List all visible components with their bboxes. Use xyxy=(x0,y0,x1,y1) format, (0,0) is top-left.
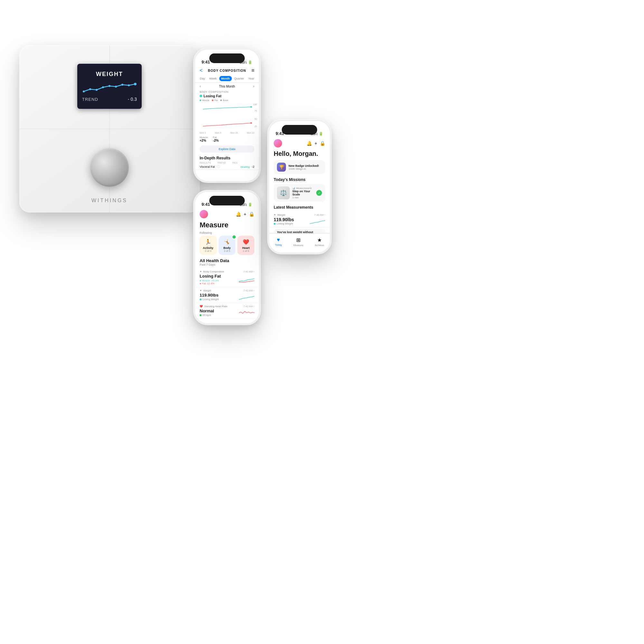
hm-bottom-nav: ♥ Today ⊞ Measure ★ Achieve xyxy=(269,233,330,252)
bc-tab-year[interactable]: Year xyxy=(246,76,256,81)
hm-bell-icon[interactable]: 🔔 xyxy=(307,141,312,146)
m-all-health-title: All Health Data xyxy=(195,258,259,263)
body-card-sub: 3 of 5 xyxy=(221,250,234,252)
hm-mission-card[interactable]: ⚖️ 📊 Measurement Step on Your Scale 1 mi… xyxy=(274,184,325,202)
m-body-comp-value: Losing Fat xyxy=(200,274,221,279)
body-comp-label: Body Composition xyxy=(203,270,224,273)
m-card-body[interactable]: 🤸 Body 3 of 5 xyxy=(219,236,236,255)
hm-measurement-weight[interactable]: ✦ Weight 7:48 AM › 119.90lbs Losing Weig… xyxy=(269,212,330,227)
status-time-1: 9:41 xyxy=(202,60,210,64)
m-card-activity[interactable]: 🏃 Activity 2 of 3 xyxy=(200,236,217,255)
hm-weight-time: 7:48 AM › xyxy=(314,213,325,216)
measure-nav-icon: ⊞ xyxy=(296,237,300,243)
scale-trend-label: TREND xyxy=(82,97,98,102)
bc-status-row: Losing Fat xyxy=(195,93,259,99)
chart-label-1: Mon 1 xyxy=(200,132,206,134)
hm-mission-scale-icon: ⚖️ xyxy=(277,186,290,199)
body-card-name: Body xyxy=(221,246,234,250)
body-comp-sparkline xyxy=(238,276,254,283)
bc-indepth-title: In-Depth Results xyxy=(195,155,259,161)
bc-results-header: RESULTS TREND RES xyxy=(200,162,254,164)
m-item-weight[interactable]: ✦ Weight 7:42 AM › 119.90lbs Losing Weig… xyxy=(195,287,259,303)
svg-text:25: 25 xyxy=(254,125,257,128)
heart-icon: ❤️ xyxy=(239,239,252,245)
body-comp-star: ✦ xyxy=(200,270,202,273)
fat-metric-name: Fat xyxy=(213,136,219,139)
muscle-percent: ● Muscle: 73.3% xyxy=(200,279,219,282)
activity-card-name: Activity xyxy=(202,246,215,250)
visceral-fat-status: Healthy xyxy=(241,166,250,168)
hm-weight-status-text: Losing Weight xyxy=(277,222,293,225)
bone-label: Bone xyxy=(223,99,228,101)
fat-label: Fat xyxy=(214,99,218,101)
heart-status-dot xyxy=(200,314,202,316)
hm-title: Hello, Morgan. xyxy=(269,149,330,160)
hm-badge-text: New Badge Unlocked! 100th Weigh-in. xyxy=(289,164,319,170)
hm-header: 🔔 + 🔒 xyxy=(269,138,330,149)
svg-point-0 xyxy=(134,83,137,85)
svg-point-6 xyxy=(96,89,98,91)
hm-measurements-title: Latest Measurements xyxy=(269,205,330,212)
m-body-badge xyxy=(232,235,236,239)
scale-trend-value: - 0.3 xyxy=(128,97,137,102)
bc-title: BODY COMPOSITION xyxy=(208,69,246,72)
results-col-2: TREND xyxy=(217,162,226,164)
bone-dot xyxy=(220,99,222,101)
hm-badge-icon: 🏆 xyxy=(277,163,286,172)
bc-legend-fat: Fat xyxy=(212,99,218,101)
bc-next-button[interactable]: › xyxy=(253,84,254,89)
today-nav-label: Today xyxy=(275,243,282,246)
hm-nav-achieve[interactable]: ★ Achieve xyxy=(315,237,324,247)
hm-add-icon[interactable]: + xyxy=(315,141,317,146)
bc-legend-bone: Bone xyxy=(220,99,228,101)
bc-prev-button[interactable]: ‹ xyxy=(200,84,201,89)
m-title: Measure xyxy=(195,220,259,231)
hm-lock-icon[interactable]: 🔒 xyxy=(320,141,325,146)
lock-icon[interactable]: 🔒 xyxy=(249,212,254,217)
hm-badge-sub: 100th Weigh-in. xyxy=(289,167,319,170)
smart-scale: WEIGHT TREND - 0.3 xyxy=(19,45,200,225)
heart-cat-label: Standing Heart Rate xyxy=(204,305,228,308)
results-col-3: RES xyxy=(232,162,238,164)
bell-icon[interactable]: 🔔 xyxy=(236,212,241,217)
hm-nav-today[interactable]: ♥ Today xyxy=(275,237,282,246)
bc-metrics: Muscle +2% Fat -2% xyxy=(195,135,259,144)
fat-dot xyxy=(212,99,213,101)
weight-star: ✦ xyxy=(200,289,202,292)
bc-status-text: Losing Fat xyxy=(204,94,222,98)
add-icon[interactable]: + xyxy=(244,212,246,217)
dynamic-island-3 xyxy=(282,125,317,135)
scale-knob xyxy=(90,148,129,187)
weight-status-text: Losing Weight xyxy=(203,298,219,301)
m-item-body-comp[interactable]: ✦ Body Composition 7:42 AM › Losing Fat … xyxy=(195,268,259,287)
today-icon: ♥ xyxy=(277,237,280,243)
scale-brand: WITHINGS xyxy=(91,198,128,204)
bc-tab-month[interactable]: Month xyxy=(219,76,232,81)
achieve-nav-label: Achieve xyxy=(315,244,324,247)
hm-weight-value: 119.90lbs xyxy=(274,217,294,222)
bc-tab-week[interactable]: Week xyxy=(207,76,219,81)
muscle-label: Muscle xyxy=(202,99,209,101)
bc-tab-day[interactable]: Day xyxy=(198,76,207,81)
weight-sparkline xyxy=(238,294,254,300)
bc-legend-muscle: Muscle xyxy=(200,99,209,101)
bc-results-data: Visceral Fat ⓘ Healthy -2 xyxy=(200,165,254,169)
hm-nav-measure[interactable]: ⊞ Measure xyxy=(293,237,303,247)
hm-badge-row: 🏆 New Badge Unlocked! 100th Weigh-in. xyxy=(274,160,325,174)
battery-icon-3: 🔋 xyxy=(319,132,323,136)
m-cards: 🏃 Activity 2 of 3 🤸 Body 3 of 5 ❤️ Heart… xyxy=(195,236,259,258)
m-avatar xyxy=(200,210,208,218)
m-all-health-sub: Past 7 Days xyxy=(195,263,259,268)
m-card-heart[interactable]: ❤️ Heart 1 of 6 xyxy=(237,236,254,255)
bc-tab-quarter[interactable]: Quarter xyxy=(232,76,246,81)
bc-menu-button[interactable]: ≡ xyxy=(251,68,254,73)
phone-measure: 9:41 ▪▪▪ WiFi 🔋 🔔 + 🔒 Measure Fo xyxy=(193,190,261,325)
hm-mission-text: 📊 Measurement Step on Your Scale 1 min xyxy=(292,187,314,199)
m-weight-value: 119.90lbs xyxy=(200,293,219,298)
m-header-icons: 🔔 + 🔒 xyxy=(236,212,254,217)
visceral-fat-info: ⓘ xyxy=(217,165,220,169)
m-item-heart[interactable]: ❤️ Standing Heart Rate 7:42 AM › Normal … xyxy=(195,303,259,319)
bc-back-button[interactable]: < xyxy=(200,68,203,73)
phone-body-composition: 9:41 ▪▪▪ WiFi 🔋 < BODY COMPOSITION ≡ Day… xyxy=(193,48,261,183)
bc-explore-btn[interactable]: Explore Data xyxy=(200,146,254,153)
